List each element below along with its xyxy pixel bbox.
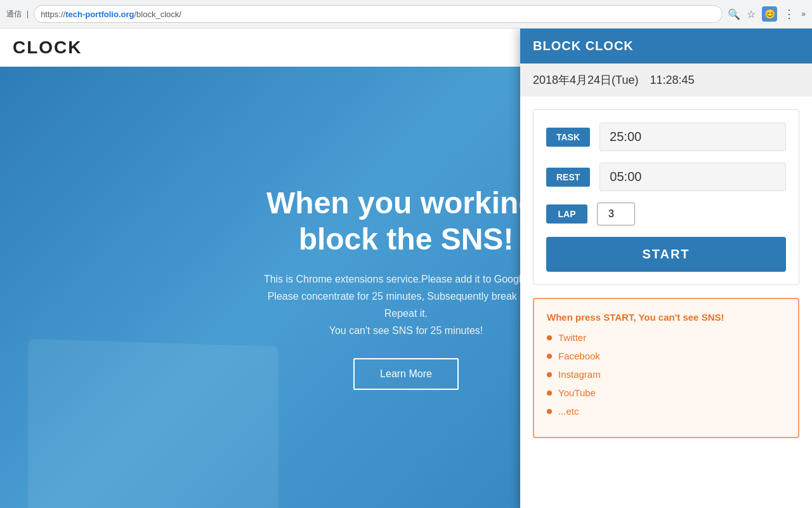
learn-more-button[interactable]: Learn More — [353, 358, 459, 390]
extension-popup: BLOCK CLOCK 2018年4月24日(Tue) 11:28:45 TAS… — [520, 29, 812, 508]
hero-title-line1: When you working, — [266, 186, 546, 220]
search-icon[interactable]: 🔍 — [728, 8, 740, 20]
timer-section: TASK 25:00 REST 05:00 LAP START — [533, 109, 799, 285]
page-content: CLOCK Home P... When you working, block … — [0, 29, 812, 508]
sns-notice: When press START, You can't see SNS! Twi… — [533, 298, 799, 438]
lap-row: LAP — [546, 203, 786, 225]
popup-header: BLOCK CLOCK — [520, 29, 812, 64]
task-button[interactable]: TASK — [546, 128, 590, 147]
url-http: https:// — [41, 10, 65, 19]
rest-value: 05:00 — [599, 163, 786, 191]
sns-list-item: Twitter — [547, 332, 785, 343]
hero-content: When you working, block the SNS! This is… — [264, 185, 548, 391]
extension-emoji: 😊 — [764, 9, 775, 19]
sns-list-item: YouTube — [547, 387, 785, 398]
sns-list-item: Instagram — [547, 369, 785, 380]
datetime-text: 2018年4月24日(Tue) 11:28:45 — [533, 72, 694, 88]
url-path: /block_clock/ — [134, 10, 181, 19]
popup-body: TASK 25:00 REST 05:00 LAP START When pre… — [520, 97, 812, 451]
hero-title-line2: block the SNS! — [299, 222, 514, 256]
nav-text: 通信 — [6, 9, 22, 20]
site-logo: CLOCK — [13, 37, 82, 58]
sns-notice-title: When press START, You can't see SNS! — [547, 312, 785, 323]
sns-list-item: ...etc — [547, 406, 785, 417]
menu-icon[interactable]: ⋮ — [783, 7, 795, 21]
popup-datetime: 2018年4月24日(Tue) 11:28:45 — [520, 64, 812, 97]
bookmark-icon[interactable]: ☆ — [747, 8, 756, 20]
task-value: 25:00 — [599, 123, 786, 151]
browser-bar: 通信 | https:// tech-portfolio.org /block_… — [0, 0, 812, 29]
sns-bullet-icon — [547, 335, 552, 340]
lap-button[interactable]: LAP — [546, 204, 587, 224]
extension-icon[interactable]: 😊 — [762, 6, 777, 22]
popup-title: BLOCK CLOCK — [533, 39, 634, 53]
start-button[interactable]: START — [546, 237, 786, 272]
lap-spinner[interactable] — [597, 203, 635, 225]
rest-row: REST 05:00 — [546, 163, 786, 191]
url-bar[interactable]: https:// tech-portfolio.org /block_clock… — [34, 5, 723, 23]
task-row: TASK 25:00 — [546, 123, 786, 151]
sns-bullet-icon — [547, 391, 552, 396]
sns-list: TwitterFacebookInstagramYouTube...etc — [547, 332, 785, 417]
expand-icon[interactable]: » — [801, 10, 806, 18]
hero-decoration — [28, 339, 278, 508]
sns-bullet-icon — [547, 409, 552, 414]
hero-description: This is Chrome extensions service.Please… — [264, 271, 548, 340]
url-domain: tech-portfolio.org — [65, 10, 134, 19]
rest-button[interactable]: REST — [546, 168, 590, 187]
separator: | — [27, 10, 29, 18]
sns-list-item: Facebook — [547, 351, 785, 361]
sns-bullet-icon — [547, 372, 552, 377]
browser-icons: 🔍 ☆ 😊 ⋮ » — [728, 6, 806, 22]
hero-title: When you working, block the SNS! — [264, 185, 548, 258]
sns-bullet-icon — [547, 354, 552, 359]
